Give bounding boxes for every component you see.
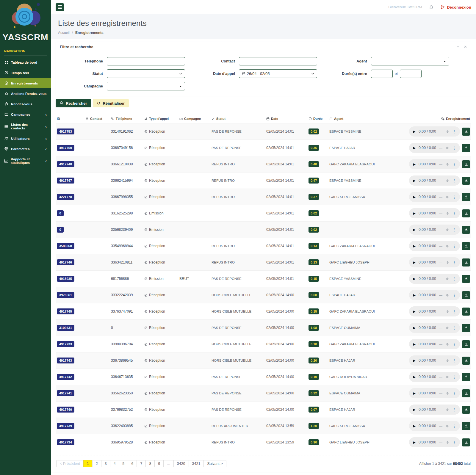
duree-min-input[interactable] xyxy=(371,70,393,78)
play-button[interactable]: ▶ xyxy=(413,326,415,330)
speaker-icon[interactable] xyxy=(445,244,449,248)
duree-max-input[interactable] xyxy=(400,70,422,78)
download-button[interactable] xyxy=(462,340,470,348)
pagination-page-4[interactable]: 4 xyxy=(110,460,119,467)
volume-slider[interactable]: — xyxy=(439,424,442,428)
volume-slider[interactable]: — xyxy=(439,375,442,379)
download-button[interactable] xyxy=(462,242,470,250)
play-button[interactable]: ▶ xyxy=(413,310,415,313)
menu-toggle-button[interactable] xyxy=(56,3,64,11)
volume-slider[interactable]: — xyxy=(439,179,442,182)
volume-slider[interactable]: — xyxy=(439,310,442,313)
volume-slider[interactable]: — xyxy=(439,228,442,231)
player-menu-button[interactable]: ⋮ xyxy=(452,260,456,265)
logout-link[interactable]: Déconnexion xyxy=(441,5,471,10)
volume-slider[interactable]: — xyxy=(439,146,442,150)
play-button[interactable]: ▶ xyxy=(413,440,415,444)
close-panel-icon[interactable] xyxy=(464,45,467,48)
download-button[interactable] xyxy=(462,373,470,381)
download-button[interactable] xyxy=(462,209,470,217)
speaker-icon[interactable] xyxy=(445,375,449,379)
pagination-page-7[interactable]: 7 xyxy=(137,460,146,467)
pagination-page-3[interactable]: 3 xyxy=(101,460,110,467)
pagination-page-6[interactable]: 6 xyxy=(128,460,137,467)
speaker-icon[interactable] xyxy=(445,424,449,428)
player-menu-button[interactable]: ⋮ xyxy=(452,424,456,428)
volume-slider[interactable]: — xyxy=(439,326,442,330)
player-menu-button[interactable]: ⋮ xyxy=(452,440,456,445)
download-button[interactable] xyxy=(462,291,470,299)
play-button[interactable]: ▶ xyxy=(413,375,415,379)
player-menu-button[interactable]: ⋮ xyxy=(452,293,456,297)
sidebar-item-tableau-de-bord[interactable]: Tableau de bord xyxy=(0,57,51,68)
player-menu-button[interactable]: ⋮ xyxy=(452,358,456,363)
reset-button[interactable]: ↺ Réinitialiser xyxy=(93,99,129,107)
play-button[interactable]: ▶ xyxy=(413,359,415,363)
download-button[interactable] xyxy=(462,177,470,185)
play-button[interactable]: ▶ xyxy=(413,244,415,248)
volume-slider[interactable]: — xyxy=(439,162,442,166)
pagination-page-5[interactable]: 5 xyxy=(119,460,128,467)
download-button[interactable] xyxy=(462,275,470,283)
speaker-icon[interactable] xyxy=(445,162,449,166)
volume-slider[interactable]: — xyxy=(439,359,442,362)
player-menu-button[interactable]: ⋮ xyxy=(452,211,456,216)
next-page-button[interactable]: Suivant > xyxy=(203,460,226,467)
download-button[interactable] xyxy=(462,389,470,397)
play-button[interactable]: ▶ xyxy=(413,261,415,264)
campagne-select[interactable] xyxy=(107,82,185,90)
play-button[interactable]: ▶ xyxy=(413,146,415,150)
player-menu-button[interactable]: ⋮ xyxy=(452,309,456,314)
download-button[interactable] xyxy=(462,406,470,414)
play-button[interactable]: ▶ xyxy=(413,179,415,183)
telephone-input[interactable] xyxy=(107,57,185,65)
download-button[interactable] xyxy=(462,438,470,446)
play-button[interactable]: ▶ xyxy=(413,228,415,232)
pagination-page-8[interactable]: 8 xyxy=(145,460,155,467)
player-menu-button[interactable]: ⋮ xyxy=(452,375,456,379)
date-range-picker[interactable]: 26/04 - 02/05 xyxy=(239,69,317,78)
player-menu-button[interactable]: ⋮ xyxy=(452,391,456,396)
download-button[interactable] xyxy=(462,357,470,365)
speaker-icon[interactable] xyxy=(445,277,449,281)
sidebar-item-rapports-et-statistiques[interactable]: Rapports et statistiques‹ xyxy=(0,154,51,168)
player-menu-button[interactable]: ⋮ xyxy=(452,178,456,183)
download-button[interactable] xyxy=(462,193,470,201)
player-menu-button[interactable]: ⋮ xyxy=(452,228,456,232)
volume-slider[interactable]: — xyxy=(439,391,442,395)
play-button[interactable]: ▶ xyxy=(413,293,415,297)
pagination-page-2[interactable]: 2 xyxy=(92,460,101,467)
speaker-icon[interactable] xyxy=(445,391,449,395)
sidebar-item-campagnes[interactable]: Campagnes‹ xyxy=(0,109,51,120)
speaker-icon[interactable] xyxy=(445,310,449,313)
download-button[interactable] xyxy=(462,422,470,430)
player-menu-button[interactable]: ⋮ xyxy=(452,277,456,281)
speaker-icon[interactable] xyxy=(445,293,449,297)
speaker-icon[interactable] xyxy=(445,130,449,134)
play-button[interactable]: ▶ xyxy=(413,130,415,134)
download-button[interactable] xyxy=(462,226,470,234)
volume-slider[interactable]: — xyxy=(439,211,442,215)
play-button[interactable]: ▶ xyxy=(413,408,415,412)
play-button[interactable]: ▶ xyxy=(413,162,415,166)
speaker-icon[interactable] xyxy=(445,261,449,264)
play-button[interactable]: ▶ xyxy=(413,342,415,346)
collapse-panel-icon[interactable] xyxy=(456,45,460,48)
player-menu-button[interactable]: ⋮ xyxy=(452,244,456,248)
player-menu-button[interactable]: ⋮ xyxy=(452,342,456,347)
pagination-page-3421[interactable]: 3421 xyxy=(189,460,204,467)
volume-slider[interactable]: — xyxy=(439,408,442,411)
download-button[interactable] xyxy=(462,128,470,136)
play-button[interactable]: ▶ xyxy=(413,391,415,395)
play-button[interactable]: ▶ xyxy=(413,277,415,281)
speaker-icon[interactable] xyxy=(445,228,449,232)
sidebar-item-parametres[interactable]: Paramètres‹ xyxy=(0,144,51,154)
sidebar-item-enregistrements[interactable]: Enregistrements xyxy=(0,78,51,88)
play-button[interactable]: ▶ xyxy=(413,211,415,215)
player-menu-button[interactable]: ⋮ xyxy=(452,407,456,412)
volume-slider[interactable]: — xyxy=(439,261,442,264)
notifications-bell-icon[interactable] xyxy=(429,5,433,10)
speaker-icon[interactable] xyxy=(445,359,449,363)
contact-input[interactable] xyxy=(239,57,317,65)
volume-slider[interactable]: — xyxy=(439,440,442,444)
